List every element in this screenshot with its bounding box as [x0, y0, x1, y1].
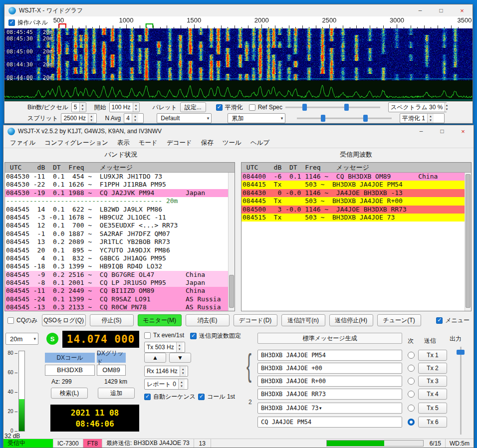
- tx-button-1[interactable]: Tx 1: [418, 350, 447, 361]
- halt-tx-button[interactable]: 送信停止(H): [329, 314, 373, 326]
- menu-item-2[interactable]: 表示: [113, 137, 134, 148]
- decode-row[interactable]: 084545 -1 0.0 1887 ~ SA2RAF JH7DFZ QM07: [5, 230, 228, 238]
- erase-button[interactable]: 消去(E): [186, 314, 230, 326]
- slider-handle[interactable]: [363, 115, 368, 122]
- decode-row[interactable]: 084530 -19 0.1 1988 ~ CQ JA2JVK PM94 Jap…: [5, 189, 228, 197]
- dx-call-field[interactable]: BH3DXB: [45, 365, 95, 376]
- stop-button[interactable]: 停止(S): [90, 314, 134, 326]
- enable-tx-button[interactable]: 送信許可(n): [281, 314, 325, 326]
- waterfall-canvas[interactable]: [4, 28, 473, 80]
- minimize-icon[interactable]: –: [411, 125, 432, 137]
- spinner-arrows-icon[interactable]: ▲▼: [88, 114, 94, 123]
- power-slider[interactable]: [456, 347, 466, 435]
- decode-row[interactable]: 084530 -11 0.1 454 ~ LU9XJR JH1TDO 73: [5, 173, 228, 181]
- decode-row[interactable]: 084515 Tx 503 ~ BH3DXB JA4JOE 73: [241, 214, 465, 222]
- spectrum-gain-slider[interactable]: [297, 114, 392, 122]
- scrollbar-thumb[interactable]: [466, 174, 471, 308]
- freq-down-button[interactable]: ▼: [169, 353, 191, 363]
- display-mode-combo[interactable]: 累加▾: [228, 113, 285, 123]
- maximize-icon[interactable]: □: [432, 125, 453, 137]
- main-titlebar[interactable]: WSJT-X v2.5.2 by K1JT, G4WJS, K9AN, and …: [3, 125, 474, 137]
- tx-message-field-1[interactable]: BH3DXB JA4JOE PM54: [257, 350, 402, 361]
- auto-seq-checkbox[interactable]: 自動シーケンス: [144, 393, 196, 401]
- flatten-checkbox[interactable]: 平滑化: [216, 103, 243, 112]
- decode-row[interactable]: 084530 -22 0.1 1626 ~ F1PPH JI1RBA PM95: [5, 181, 228, 189]
- spectrum-percent-spinner[interactable]: スペクトラム 30 %▲▼: [388, 102, 447, 112]
- spinner-arrows-icon[interactable]: ▲▼: [180, 366, 186, 376]
- scrollbar-thumb[interactable]: [229, 275, 234, 308]
- wide-graph-titlebar[interactable]: WSJT-X - ワイドグラフ – □ ×: [4, 4, 473, 16]
- decode-row[interactable]: 084545 -11 0.2 2449 ~ CQ BI1IZD OM89 Chi…: [5, 287, 228, 295]
- waterfall-gain-slider[interactable]: [285, 103, 380, 111]
- next-tx-radio-6[interactable]: [408, 419, 415, 426]
- slider-handle[interactable]: [321, 115, 325, 122]
- close-icon[interactable]: ×: [453, 125, 474, 137]
- menu-item-1[interactable]: コンフィグレーション: [40, 137, 113, 148]
- decode-row[interactable]: 084545 14 0.1 622 ~ LB2WD JA9LX PM86: [5, 206, 228, 214]
- menu-item-0[interactable]: ファイル: [5, 137, 40, 148]
- palette-settings-button[interactable]: 設定...: [180, 102, 206, 112]
- dx-grid-field[interactable]: OM89: [97, 365, 126, 376]
- message-tab-strip[interactable]: { 2: [246, 347, 255, 437]
- waterfall-display[interactable]: 08:45:45 20m08:45:30 20m08:45:00 20m08:4…: [4, 28, 473, 80]
- split-spinner[interactable]: 2500 Hz▲▼: [61, 113, 97, 123]
- decode-row[interactable]: 084500 3 -0.0 1146 ~ JA4JOE BH3DXB RR73: [241, 206, 465, 214]
- decode-button[interactable]: デコード(D): [234, 314, 277, 326]
- minimize-icon[interactable]: –: [410, 4, 431, 16]
- decode-row[interactable]: 084545 -9 0.2 2516 ~ CQ BG7GRE OL47 Chin…: [5, 271, 228, 279]
- palette-combo[interactable]: Default▾: [157, 113, 212, 123]
- spinner-arrows-icon[interactable]: ▲▼: [445, 103, 448, 112]
- decode-row[interactable]: 084415 Tx 503 ~ BH3DXB JA4JOE PM54: [241, 181, 465, 189]
- menus-checkbox[interactable]: メニュー: [436, 316, 470, 325]
- decode-row[interactable]: 084400 -6 0.1 1146 ~ CQ BH3DXB OM89 Chin…: [241, 173, 465, 181]
- menu-item-7[interactable]: ヘルプ: [246, 137, 274, 148]
- tx-message-field-4[interactable]: BH3DXB JA4JOE RR73: [257, 389, 402, 400]
- decode-row[interactable]: 084445 Tx 503 ~ BH3DXB JA4JOE R+00: [241, 197, 465, 205]
- tx-message-field-5[interactable]: BH3DXB JA4JOE 73▾: [257, 403, 402, 414]
- report-spinner[interactable]: レポート 0▲▼: [144, 379, 188, 390]
- decode-row[interactable]: 084545 -18 0.3 1399 ~ HB9IQB RD4D LO32: [5, 262, 228, 270]
- start-freq-spinner[interactable]: 100 Hz▲▼: [109, 102, 140, 112]
- next-tx-radio-3[interactable]: [408, 378, 415, 385]
- decode-row[interactable]: 084545 20 0.1 895 ~ YC7UTO JA9DJX PM86: [5, 246, 228, 254]
- menu-item-6[interactable]: ツール: [218, 137, 246, 148]
- decode-row[interactable]: 084545 -3 -0.1 1678 ~ HB9CUZ JL1OEC -11: [5, 214, 228, 222]
- spinner-arrows-icon[interactable]: ▲▼: [133, 103, 139, 112]
- decode-row[interactable]: 084545 -24 0.1 1399 ~ CQ R9SAZ LO91 AS R…: [5, 295, 228, 303]
- cq-only-checkbox[interactable]: CQのみ: [7, 316, 38, 325]
- hold-tx-freq-checkbox[interactable]: 送信周波数固定: [190, 332, 241, 340]
- smooth-spinner[interactable]: 平滑化 1▲▼: [400, 113, 445, 123]
- menu-item-5[interactable]: 保存: [197, 137, 218, 148]
- band-activity-scrollbar[interactable]: [228, 173, 235, 311]
- tx-message-field-3[interactable]: BH3DXB JA4JOE R+00: [257, 376, 402, 387]
- decode-row[interactable]: 084545 -13 0.3 2133 ~ CQ R0CW PN78 AS Ru…: [5, 303, 228, 311]
- ref-spec-checkbox[interactable]: Ref Spec: [249, 104, 282, 111]
- tx-button-2[interactable]: Tx 2: [418, 363, 447, 374]
- add-button[interactable]: 追加: [98, 388, 135, 399]
- call-first-checkbox[interactable]: コール 1st: [198, 393, 235, 401]
- decode-row[interactable]: 084545 13 0.2 2089 ~ JR1TLC YB2BOB RR73: [5, 238, 228, 246]
- decode-row[interactable]: 084545 4 0.1 832 ~ G8BCG JH1AQG PM95: [5, 254, 228, 262]
- bins-per-pixel-spinner[interactable]: 5▲▼: [71, 102, 86, 112]
- slider-handle[interactable]: [344, 104, 349, 111]
- freq-up-button[interactable]: ▲: [144, 353, 166, 363]
- next-tx-radio-2[interactable]: [408, 365, 415, 372]
- maximize-icon[interactable]: □: [431, 4, 452, 16]
- spinner-arrows-icon[interactable]: ▲▼: [132, 114, 138, 123]
- rx-frequency-scrollbar[interactable]: [465, 173, 471, 311]
- slider-handle[interactable]: [302, 104, 307, 111]
- spinner-arrows-icon[interactable]: ▲▼: [79, 103, 86, 112]
- tx-even-checkbox[interactable]: Tx even/1st: [144, 332, 184, 339]
- next-tx-radio-5[interactable]: [408, 405, 415, 412]
- tx-button-3[interactable]: Tx 3: [418, 376, 447, 387]
- decode-row[interactable]: ----------------------------------------…: [5, 197, 228, 205]
- tab-2[interactable]: 2: [248, 399, 252, 406]
- spinner-arrows-icon[interactable]: ▲▼: [176, 342, 183, 352]
- navg-spinner[interactable]: 4▲▼: [124, 113, 144, 123]
- spinner-arrows-icon[interactable]: ▲▼: [178, 379, 185, 389]
- monitor-button[interactable]: モニター(M): [138, 314, 182, 326]
- decode-row[interactable]: 084545 -8 0.1 2001 ~ CQ LP JR1USO PM95 J…: [5, 279, 228, 287]
- menu-item-3[interactable]: モード: [134, 137, 162, 148]
- next-tx-radio-4[interactable]: [408, 391, 415, 398]
- frequency-display[interactable]: 14.074 000: [62, 331, 139, 348]
